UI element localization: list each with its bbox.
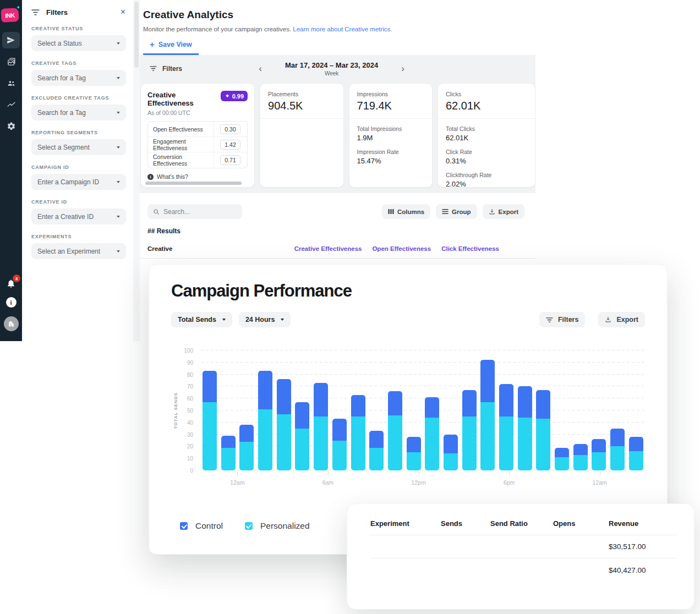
ce-score-badge: ✦ 0.99 <box>221 91 248 101</box>
close-icon[interactable]: × <box>121 8 125 17</box>
notification-badge: 3 <box>13 275 20 282</box>
chevron-right-icon[interactable]: › <box>399 64 407 73</box>
metric-column-headers: Creative EffectivenessOpen Effectiveness… <box>294 245 499 252</box>
stacked-bar <box>499 350 513 470</box>
y-tick-label: 90 <box>187 359 193 365</box>
column-header-creative[interactable]: Creative <box>147 245 172 252</box>
filter-select[interactable]: Search for a Tag <box>31 105 126 120</box>
stat-label: Total Impressions <box>357 125 424 132</box>
y-tick-label: 100 <box>184 348 193 354</box>
x-tick <box>328 472 329 475</box>
ce-metric-value: 0.30 <box>220 124 240 134</box>
control-checkbox[interactable] <box>180 522 188 530</box>
org-avatar[interactable] <box>4 316 19 331</box>
ce-metric-value: 1.42 <box>220 140 240 150</box>
stacked-bar <box>629 350 643 470</box>
x-tick-label: 12pm <box>411 479 425 486</box>
filter-select-value: Enter a Campaign ID <box>37 178 99 186</box>
stacked-bar-chart: TOTAL SENDS 0102030405060708090100 <box>171 350 645 470</box>
stacked-bar <box>277 350 291 470</box>
panel-scrollbar-thumb[interactable] <box>134 2 139 68</box>
ce-metric-label: Conversion Effectiveness <box>148 154 213 167</box>
group-button[interactable]: Group <box>436 204 477 219</box>
filter-select[interactable]: Select a Segment <box>31 139 126 155</box>
chart-export-label: Export <box>616 316 638 324</box>
bar-segment-personalized <box>369 448 384 470</box>
stat-click-rate: Click Rate 0.31% <box>446 149 527 165</box>
stacked-bar <box>314 350 328 470</box>
columns-label: Columns <box>397 209 424 215</box>
sidebar-item-audience[interactable] <box>2 75 20 91</box>
group-list-icon <box>442 209 449 215</box>
chart-export-button[interactable]: Export <box>598 312 645 327</box>
filter-select[interactable]: Enter a Creative ID <box>31 209 126 224</box>
metric-dropdown[interactable]: Total Sends <box>171 312 232 327</box>
panel-scrollbar[interactable] <box>133 0 140 341</box>
stacked-bar <box>480 350 495 470</box>
filter-select[interactable]: Select a Status <box>31 35 126 51</box>
date-range-display[interactable]: Mar 17, 2024 – Mar 23, 2024 Week <box>285 61 378 76</box>
bar-segment-personalized <box>332 441 347 471</box>
notifications-button[interactable]: 3 <box>6 278 16 288</box>
stat-total-impressions: Total Impressions 1.9M <box>357 125 424 142</box>
sidebar-item-analytics[interactable] <box>2 96 20 113</box>
stacked-bar <box>203 350 217 470</box>
ce-metric-row: Open Effectiveness0.30 <box>148 122 247 137</box>
filter-section-label: CREATIVE ID <box>31 199 126 205</box>
filter-select[interactable]: Search for a Tag <box>31 70 126 86</box>
filter-section: CREATIVE STATUSSelect a Status <box>31 26 126 51</box>
bar-segment-personalized <box>203 402 217 470</box>
export-button[interactable]: Export <box>483 204 524 219</box>
view-tabs: + Save View <box>143 40 535 55</box>
filter-section: EXCLUDED CREATIVE TAGSSearch for a Tag <box>31 95 126 120</box>
bar-segment-personalized <box>295 429 309 470</box>
column-header-metric[interactable]: Creative Effectiveness <box>294 245 362 252</box>
ce-metric-row: Conversion Effectiveness0.71 <box>148 152 247 168</box>
clicks-label: Clicks <box>446 91 527 97</box>
ce-metric-value: 0.71 <box>220 155 240 165</box>
help-button[interactable]: i <box>6 297 17 308</box>
ink-logo[interactable]: INK <box>1 8 19 23</box>
filter-section: CREATIVE TAGSSearch for a Tag <box>31 61 126 86</box>
ce-metric-row: Engagement Effectiveness1.42 <box>148 137 247 152</box>
x-tick <box>419 472 419 475</box>
sidebar-item-campaigns[interactable] <box>2 32 20 48</box>
stacked-bar <box>573 350 588 470</box>
column-header-metric[interactable]: Open Effectiveness <box>372 245 431 252</box>
filter-select[interactable]: Select an Experiment <box>31 243 126 259</box>
bar-segment-control <box>573 444 588 455</box>
chevron-down-icon <box>281 319 284 321</box>
bar-segment-control <box>314 383 328 416</box>
filter-select-value: Select a Segment <box>37 144 90 151</box>
learn-more-link[interactable]: Learn more about Creative metrics. <box>293 26 392 32</box>
tab-save-view[interactable]: + Save View <box>143 40 199 55</box>
legend-label-personalized: Personalized <box>260 521 310 531</box>
chevron-down-icon <box>117 146 120 149</box>
whats-this-link[interactable]: i What's this? <box>147 173 248 180</box>
chevron-left-icon[interactable]: ‹ <box>256 64 264 73</box>
x-tick-label: 12am <box>593 479 607 486</box>
stat-value: 62.01K <box>446 134 527 142</box>
bar-segment-personalized <box>221 448 236 470</box>
personalized-checkbox[interactable] <box>245 522 253 530</box>
search-box[interactable] <box>147 204 242 219</box>
bar-segment-personalized <box>407 452 421 470</box>
x-tick <box>237 472 238 475</box>
filters-button[interactable]: Filters <box>140 65 182 73</box>
range-dropdown[interactable]: 24 Hours <box>239 312 291 327</box>
filter-select[interactable]: Enter a Campaign ID <box>31 174 126 190</box>
stat-clickthrough-rate: Clickthrough Rate 2.02% <box>446 172 527 188</box>
y-tick-label: 70 <box>187 383 193 390</box>
column-header-metric[interactable]: Click Effectiveness <box>441 245 499 252</box>
x-tick <box>600 472 600 475</box>
horizontal-scrollbar[interactable] <box>145 182 242 185</box>
sidebar-item-creatives[interactable] <box>2 53 20 70</box>
stacked-bar <box>555 350 569 470</box>
sidebar-item-settings[interactable] <box>2 118 20 134</box>
chart-filters-button[interactable]: Filters <box>539 312 586 327</box>
chevron-down-icon <box>117 216 120 218</box>
search-input[interactable] <box>163 208 229 216</box>
chart-plot-area <box>201 350 645 470</box>
filter-section-label: CREATIVE TAGS <box>31 61 126 66</box>
columns-button[interactable]: Columns <box>382 204 430 219</box>
